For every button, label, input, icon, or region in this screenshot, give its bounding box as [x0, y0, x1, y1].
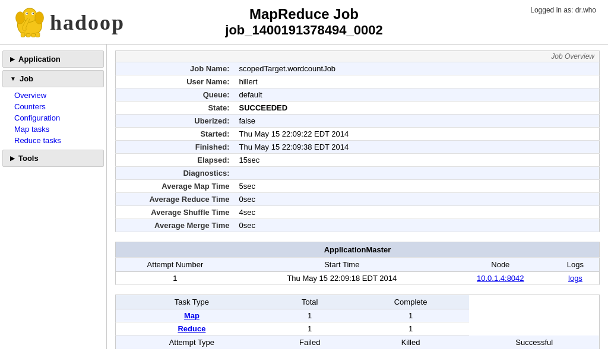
job-label: Job [20, 74, 33, 83]
finished-value: Thu May 15 22:09:38 EDT 2014 [235, 141, 600, 154]
job-overview-section-label: Job Overview [116, 51, 600, 62]
sidebar-link-configuration[interactable]: Configuration [12, 112, 106, 124]
logo-area: hadoop [12, 6, 125, 39]
logged-in-info: Logged in as: dr.who [530, 6, 596, 14]
task-col-header-row: Task Type Total Complete [116, 295, 600, 309]
svg-rect-10 [31, 33, 36, 37]
svg-point-7 [35, 12, 44, 24]
svg-rect-11 [36, 33, 40, 37]
app-master-col-header-row: Attempt Number Start Time Node Logs [116, 258, 600, 272]
attempt-node-value: 10.0.1.4:8042 [449, 272, 552, 285]
elapsed-value: 15sec [235, 154, 600, 167]
job-name-label: Job Name: [116, 62, 235, 75]
sidebar-section-job: ▼ Job Overview Counters Configuration Ma… [0, 70, 106, 147]
svg-rect-9 [26, 33, 30, 37]
job-arrow-icon: ▼ [10, 75, 16, 82]
app-master-section-title: ApplicationMaster [116, 242, 600, 258]
avg-map-time-row: Average Map Time 5sec [116, 180, 600, 193]
avg-shuffle-time-value: 4sec [235, 206, 600, 219]
reduce-task-type: Reduce [116, 322, 268, 335]
attempt-col-header-row: Attempt Type Failed Killed Successful [116, 335, 600, 350]
elapsed-label: Elapsed: [116, 154, 235, 167]
uberized-row: Uberized: false [116, 115, 600, 128]
job-overview-table: Job Overview Job Name: scopedTarget.word… [115, 50, 600, 232]
user-name-row: User Name: hillert [116, 75, 600, 88]
tools-label: Tools [18, 154, 39, 163]
page-title: MapReduce Job [225, 6, 382, 23]
reduce-task-complete: 1 [352, 322, 470, 335]
hadoop-logo-text: hadoop [50, 10, 125, 34]
queue-label: Queue: [116, 88, 235, 102]
avg-merge-time-label: Average Merge Time [116, 219, 235, 232]
map-task-type: Map [116, 309, 268, 322]
page-header: hadoop MapReduce Job job_1400191378494_0… [0, 0, 608, 45]
map-task-total: 1 [268, 309, 352, 322]
reduce-task-total: 1 [268, 322, 352, 335]
app-master-data-row: 1 Thu May 15 22:09:18 EDT 2014 10.0.1.4:… [116, 272, 600, 285]
attempt-successful-col-header: Successful [469, 335, 599, 350]
diagnostics-label: Diagnostics: [116, 167, 235, 180]
user-name-value: hillert [235, 75, 600, 88]
diagnostics-value [235, 167, 600, 180]
attempt-logs-value: logs [552, 272, 600, 285]
task-total-col-header: Total [268, 295, 352, 309]
job-links: Overview Counters Configuration Map task… [0, 88, 106, 147]
attempt-number-value: 1 [116, 272, 235, 285]
avg-reduce-time-label: Average Reduce Time [116, 193, 235, 206]
main-content: Job Overview Job Name: scopedTarget.word… [107, 45, 608, 349]
attempt-failed-col-header: Failed [268, 335, 352, 350]
col-logs: Logs [552, 258, 600, 272]
avg-shuffle-time-row: Average Shuffle Time 4sec [116, 206, 600, 219]
avg-merge-time-row: Average Merge Time 0sec [116, 219, 600, 232]
queue-row: Queue: default [116, 88, 600, 102]
page-title-area: MapReduce Job job_1400191378494_0002 [225, 6, 382, 38]
node-link[interactable]: 10.0.1.4:8042 [477, 274, 524, 283]
avg-map-time-label: Average Map Time [116, 180, 235, 193]
col-start-time: Start Time [235, 258, 449, 272]
elapsed-row: Elapsed: 15sec [116, 154, 600, 167]
avg-map-time-value: 5sec [235, 180, 600, 193]
uberized-value: false [235, 115, 600, 128]
job-name-row: Job Name: scopedTarget.wordcountJob [116, 62, 600, 75]
col-node: Node [449, 258, 552, 272]
svg-point-4 [27, 13, 28, 14]
col-attempt-number: Attempt Number [116, 258, 235, 272]
sidebar-link-reduce-tasks[interactable]: Reduce tasks [12, 135, 106, 146]
svg-point-1 [23, 8, 36, 22]
avg-shuffle-time-label: Average Shuffle Time [116, 206, 235, 219]
job-overview-header-row: Job Overview [116, 51, 600, 62]
sidebar-link-counters[interactable]: Counters [12, 101, 106, 112]
avg-merge-time-value: 0sec [235, 219, 600, 232]
state-label: State: [116, 102, 235, 115]
started-label: Started: [116, 128, 235, 141]
reduce-task-row: Reduce 1 1 [116, 322, 600, 335]
attempt-start-time-value: Thu May 15 22:09:18 EDT 2014 [235, 272, 449, 285]
task-counts-table: Task Type Total Complete Map 1 1 Reduce … [115, 295, 600, 349]
main-layout: ▶ Application ▼ Job Overview Counters Co… [0, 45, 608, 349]
sidebar: ▶ Application ▼ Job Overview Counters Co… [0, 45, 107, 349]
job-name-value: scopedTarget.wordcountJob [235, 62, 600, 75]
sidebar-link-overview[interactable]: Overview [12, 90, 106, 101]
map-task-link[interactable]: Map [184, 311, 200, 320]
sidebar-section-application: ▶ Application [0, 50, 106, 68]
sidebar-link-map-tasks[interactable]: Map tasks [12, 124, 106, 135]
task-type-col-header: Task Type [116, 295, 268, 309]
svg-point-5 [33, 13, 34, 14]
application-label: Application [18, 55, 61, 64]
task-complete-col-header: Complete [352, 295, 470, 309]
logs-link[interactable]: logs [568, 274, 582, 283]
uberized-label: Uberized: [116, 115, 235, 128]
application-arrow-icon: ▶ [10, 56, 15, 62]
finished-row: Finished: Thu May 15 22:09:38 EDT 2014 [116, 141, 600, 154]
started-row: Started: Thu May 15 22:09:22 EDT 2014 [116, 128, 600, 141]
app-master-title-row: ApplicationMaster [116, 242, 600, 258]
job-id-title: job_1400191378494_0002 [225, 23, 382, 38]
attempt-killed-col-header: Killed [352, 335, 470, 350]
tools-section-header[interactable]: ▶ Tools [2, 150, 104, 167]
sidebar-section-tools: ▶ Tools [0, 150, 106, 167]
application-section-header[interactable]: ▶ Application [2, 50, 104, 68]
diagnostics-row: Diagnostics: [116, 167, 600, 180]
avg-reduce-time-row: Average Reduce Time 0sec [116, 193, 600, 206]
reduce-task-link[interactable]: Reduce [178, 324, 205, 333]
job-section-header[interactable]: ▼ Job [2, 70, 104, 87]
